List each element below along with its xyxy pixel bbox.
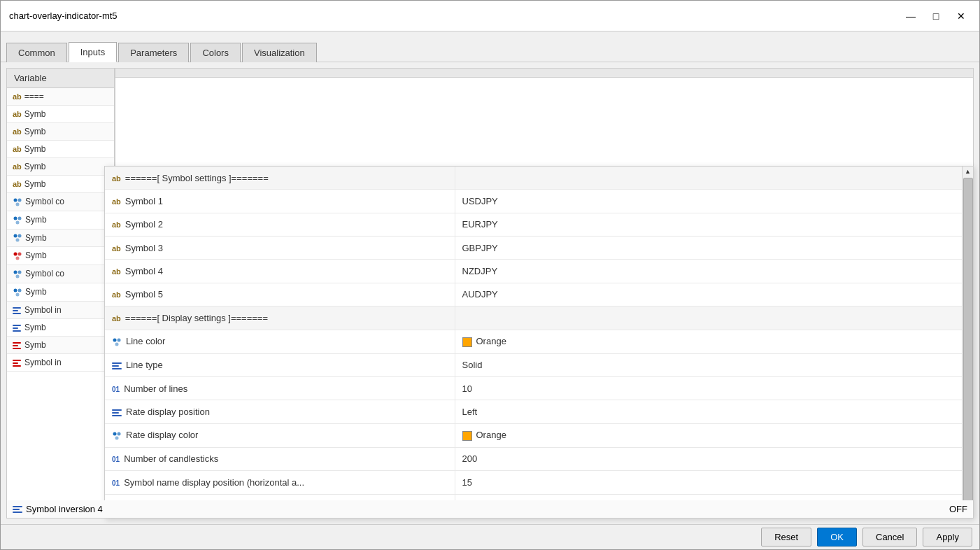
lines-icon xyxy=(13,307,21,314)
row-label: Symbol 4 xyxy=(125,266,163,276)
svg-point-17 xyxy=(16,292,20,296)
row-label: Line color xyxy=(126,336,165,346)
table-row[interactable]: ab======[ Display settings ]======= xyxy=(105,306,973,330)
ab-icon: ab xyxy=(13,180,22,188)
row-value-cell: Orange xyxy=(455,423,973,447)
table-row[interactable]: Rate display colorOrange xyxy=(105,423,973,447)
row-label-cell: abSymbol 3 xyxy=(105,237,455,260)
table-row[interactable]: abSymbol 5AUDJPY xyxy=(105,283,973,306)
table-row[interactable]: ab======[ Symbol settings ]======= xyxy=(105,167,973,190)
row-text: Symb xyxy=(25,233,47,243)
table-row[interactable]: 01Number of lines10 xyxy=(105,376,973,400)
ab-icon: ab xyxy=(13,92,22,101)
cluster-icon xyxy=(13,216,22,225)
apply-button[interactable]: Apply xyxy=(923,528,972,547)
close-button[interactable]: ✕ xyxy=(951,8,971,24)
ab-icon: ab xyxy=(13,110,22,118)
scrollbar[interactable]: ▲ ▼ xyxy=(962,167,973,518)
tab-parameters[interactable]: Parameters xyxy=(118,43,189,62)
svg-point-5 xyxy=(16,220,20,224)
lines-icon xyxy=(13,325,21,332)
scroll-thumb[interactable] xyxy=(963,178,973,507)
ab-icon: ab xyxy=(13,127,22,136)
svg-point-19 xyxy=(118,338,121,341)
table-row[interactable]: Line colorOrange xyxy=(105,330,973,353)
tab-common[interactable]: Common xyxy=(6,43,67,62)
svg-point-15 xyxy=(14,288,17,292)
row-text: Symb xyxy=(24,179,46,189)
table-row[interactable]: 01Number of candlesticks200 xyxy=(105,447,973,470)
row-value: 15 xyxy=(462,477,472,488)
ok-button[interactable]: OK xyxy=(817,528,857,547)
row-label: Rate display color xyxy=(126,430,198,440)
table-row[interactable]: Line typeSolid xyxy=(105,353,973,376)
row-text: Symb xyxy=(24,144,46,154)
row-value: Solid xyxy=(462,360,483,370)
bg-left-row: ab==== xyxy=(7,88,114,106)
tab-colors[interactable]: Colors xyxy=(190,43,241,62)
maximize-button[interactable]: □ xyxy=(926,8,946,24)
scroll-up-arrow[interactable]: ▲ xyxy=(963,167,973,176)
svg-point-12 xyxy=(14,271,17,274)
ab-icon: ab xyxy=(112,290,121,299)
row-value-cell: USDJPY xyxy=(455,190,973,213)
svg-point-22 xyxy=(118,432,121,436)
bg-left-row: abSymb xyxy=(7,158,114,176)
row-label-cell: abSymbol 2 xyxy=(105,213,455,236)
cluster-icon xyxy=(13,251,22,261)
tab-inputs[interactable]: Inputs xyxy=(69,42,117,62)
reset-button[interactable]: Reset xyxy=(761,528,811,547)
tab-visualization[interactable]: Visualization xyxy=(242,43,317,62)
row-value-cell: 15 xyxy=(455,471,973,494)
last-row-text: Symbol inversion 4 xyxy=(26,504,103,514)
table-row[interactable]: 01Symbol name display position (horizont… xyxy=(105,471,973,494)
minimize-button[interactable]: — xyxy=(901,8,921,24)
cancel-button[interactable]: Cancel xyxy=(862,528,917,547)
row-label-cell: abSymbol 5 xyxy=(105,283,455,306)
table-row[interactable]: abSymbol 4NZDJPY xyxy=(105,260,973,283)
svg-point-8 xyxy=(16,239,20,242)
row-text: Symb xyxy=(24,109,46,119)
svg-point-2 xyxy=(16,202,20,206)
svg-point-7 xyxy=(18,234,22,238)
row-text: Symbol co xyxy=(25,269,64,278)
row-value: 10 xyxy=(462,383,472,394)
row-label-cell: ab======[ Display settings ]======= xyxy=(105,306,455,330)
bg-left-row: Symb xyxy=(7,318,114,336)
table-row[interactable]: abSymbol 3GBPJPY xyxy=(105,237,973,260)
bg-left-row: Symbol in xyxy=(7,353,114,371)
title-bar: chart-overlay-indicator-mt5 — □ ✕ xyxy=(1,1,979,31)
row-label-cell: 01Number of lines xyxy=(105,376,455,400)
row-value: AUDJPY xyxy=(462,289,498,299)
ab-icon: ab xyxy=(13,145,22,153)
row-value: USDJPY xyxy=(462,196,498,206)
bg-left-row: Symbol co xyxy=(7,193,114,211)
lines-icon xyxy=(112,362,122,369)
ab-icon: ab xyxy=(112,220,121,229)
bottom-bar: Reset OK Cancel Apply xyxy=(1,524,979,549)
cluster-icon xyxy=(13,269,22,279)
01-icon: 01 xyxy=(112,386,120,393)
row-label: Rate display position xyxy=(126,407,210,417)
table-row[interactable]: Rate display positionLeft xyxy=(105,400,973,423)
row-label-cell: ab======[ Symbol settings ]======= xyxy=(105,167,455,190)
cluster-icon xyxy=(112,337,122,347)
row-text: Symbol in xyxy=(24,358,62,367)
row-value: NZDJPY xyxy=(462,266,498,276)
row-text: Symb xyxy=(24,340,46,350)
table-row[interactable]: abSymbol 1USDJPY xyxy=(105,190,973,213)
bg-left-panel: Variable ab====abSymbabSymbabSymbabSymba… xyxy=(6,68,115,519)
main-window: chart-overlay-indicator-mt5 — □ ✕ Common… xyxy=(0,0,980,550)
bg-right-header xyxy=(115,69,544,78)
lines-icon xyxy=(13,360,21,367)
row-value-cell: 10 xyxy=(455,376,973,400)
table-row[interactable]: abSymbol 2EURJPY xyxy=(105,213,973,236)
lines-icon xyxy=(112,409,122,416)
row-label-cell: 01Number of candlesticks xyxy=(105,447,455,470)
row-value: Orange xyxy=(476,336,506,346)
bg-left-row: Symb xyxy=(7,229,114,247)
cluster-icon xyxy=(13,197,22,207)
svg-point-18 xyxy=(113,338,117,341)
row-label: Symbol 5 xyxy=(125,289,163,299)
fg-panel: ab======[ Symbol settings ]=======abSymb… xyxy=(104,166,974,519)
